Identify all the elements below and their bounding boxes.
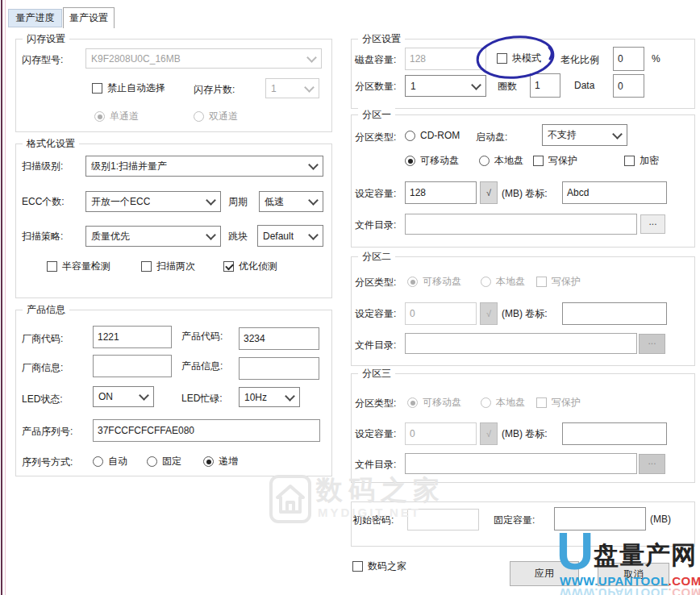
p3-removable-radio[interactable]: 可移动盘: [407, 396, 461, 410]
disable-auto-select-checkbox[interactable]: 禁止自动选择: [92, 81, 165, 95]
p3-local-disk-radio[interactable]: 本地盘: [481, 396, 525, 410]
product-code-label: 产品代码:: [181, 330, 223, 343]
radio-label: 可移动盘: [423, 275, 461, 289]
radio-label: 固定: [162, 455, 181, 468]
p3-browse-button[interactable]: ...: [639, 454, 665, 474]
p2-write-protect-checkbox[interactable]: 写保护: [536, 275, 581, 289]
vendor-info-input[interactable]: [93, 355, 172, 377]
product-code-input[interactable]: [239, 327, 319, 350]
p3-write-protect-checkbox[interactable]: 写保护: [536, 396, 581, 410]
flash-model-value: K9F2808U0C_16MB: [91, 53, 181, 64]
partition-count-value: 1: [410, 81, 416, 92]
p2-volume-input[interactable]: [562, 302, 667, 325]
p2-dir-input[interactable]: [405, 333, 637, 354]
p3-volume-input[interactable]: [562, 422, 667, 445]
p3-capacity-input[interactable]: [405, 422, 477, 445]
p2-capacity-check-button[interactable]: √: [480, 302, 498, 325]
product-info-input[interactable]: [239, 357, 319, 380]
checkbox-label: 禁止自动选择: [107, 81, 165, 95]
mydigit-checkbox[interactable]: 数码之家: [352, 560, 406, 573]
serial-fixed-radio[interactable]: 固定: [147, 455, 181, 468]
single-channel-radio[interactable]: 单通道: [94, 110, 139, 123]
cancel-button-label: 取消: [624, 568, 644, 581]
window-left-border-inner: [5, 0, 6, 595]
cancel-button[interactable]: 取消: [598, 563, 669, 586]
led-busy-value: 10Hz: [244, 392, 267, 403]
cycle-dropdown[interactable]: 低速: [259, 191, 323, 212]
apply-button[interactable]: 应用: [510, 561, 579, 586]
p1-mb-volume-label: (MB) 卷标:: [502, 187, 548, 201]
serial-number-input[interactable]: [93, 419, 320, 442]
laps-input[interactable]: [530, 73, 560, 98]
vendor-info-label: 厂商信息:: [22, 361, 63, 375]
window-left-border: [1, 0, 2, 595]
chevron-down-icon: [206, 230, 216, 240]
scan-strategy-dropdown[interactable]: 质量优先: [85, 226, 221, 247]
p2-local-disk-radio[interactable]: 本地盘: [481, 275, 525, 289]
scan-twice-checkbox[interactable]: 扫描两次: [141, 260, 195, 273]
led-state-label: LED状态:: [22, 393, 63, 406]
led-busy-dropdown[interactable]: 10Hz: [239, 387, 300, 407]
p1-removable-radio[interactable]: 可移动盘: [405, 154, 459, 168]
radio-label: 可移动盘: [423, 396, 461, 410]
laps-label: 圈数: [498, 80, 517, 94]
p2-dir-label: 文件目录:: [355, 339, 396, 352]
p1-capacity-label: 设定容量:: [355, 187, 396, 201]
scan-level-dropdown[interactable]: 级别1:扫描并量产: [85, 156, 323, 177]
tab-production-progress[interactable]: 量产进度: [8, 9, 62, 27]
data-input[interactable]: [613, 74, 644, 98]
p1-volume-input[interactable]: [562, 181, 667, 204]
p1-capacity-check-button[interactable]: √: [480, 181, 498, 204]
ecc-count-dropdown[interactable]: 开放一个ECC: [85, 191, 221, 212]
p1-boot-label: 启动盘:: [476, 131, 507, 144]
tab-label: 量产设置: [69, 11, 108, 25]
aging-ratio-input[interactable]: [613, 47, 644, 71]
radio-label: 本地盘: [496, 396, 525, 410]
skip-block-dropdown[interactable]: Default: [257, 225, 323, 247]
checkbox-icon: [536, 277, 547, 287]
block-mode-checkbox[interactable]: 块模式: [497, 52, 541, 65]
initial-password-input[interactable]: [407, 509, 479, 531]
tab-production-settings[interactable]: 量产设置: [63, 7, 115, 28]
half-capacity-checkbox[interactable]: 半容量检测: [47, 260, 110, 273]
vendor-code-input[interactable]: [93, 326, 172, 348]
p1-encrypt-checkbox[interactable]: 加密: [624, 154, 659, 168]
led-state-dropdown[interactable]: ON: [93, 386, 154, 407]
p3-dir-input[interactable]: [405, 453, 637, 474]
checkbox-label: 扫描两次: [156, 260, 195, 273]
checkbox-icon: [47, 261, 57, 272]
dual-channel-radio[interactable]: 双通道: [194, 110, 238, 123]
chip-count-dropdown[interactable]: 1: [265, 78, 319, 98]
p2-browse-button[interactable]: ...: [639, 334, 665, 354]
p3-dir-label: 文件目录:: [355, 458, 396, 472]
scan-level-value: 级别1:扫描并量产: [91, 160, 167, 173]
chip-count-value: 1: [271, 83, 277, 94]
check-mark-icon: √: [486, 188, 491, 198]
checkbox-icon: [536, 397, 547, 408]
p1-dir-input[interactable]: [405, 214, 637, 235]
p1-browse-button[interactable]: ...: [640, 214, 665, 234]
p1-local-disk-radio[interactable]: 本地盘: [479, 154, 523, 168]
serial-auto-radio[interactable]: 自动: [93, 455, 127, 468]
group-title: 闪存设置: [23, 32, 69, 46]
flash-model-dropdown[interactable]: K9F2808U0C_16MB: [85, 48, 322, 69]
optimize-detect-checkbox[interactable]: 优化侦测: [223, 260, 277, 273]
p2-removable-radio[interactable]: 可移动盘: [407, 275, 461, 289]
checkbox-label: 数码之家: [368, 560, 406, 573]
p1-capacity-input[interactable]: [405, 181, 477, 204]
p1-dir-label: 文件目录:: [355, 218, 396, 232]
p1-boot-dropdown[interactable]: 不支持: [542, 124, 627, 146]
p2-type-label: 分区类型:: [355, 276, 396, 289]
p1-write-protect-checkbox[interactable]: 写保护: [533, 154, 577, 168]
p2-mb-volume-label: (MB) 卷标:: [502, 307, 548, 321]
checkbox-label: 优化侦测: [239, 260, 277, 273]
cycle-value: 低速: [265, 195, 284, 209]
disk-capacity-input[interactable]: [405, 48, 486, 70]
radio-icon: [194, 111, 204, 122]
p3-capacity-check-button[interactable]: √: [480, 422, 498, 445]
serial-increment-radio[interactable]: 递增: [203, 455, 238, 468]
fixed-capacity-input[interactable]: [554, 507, 646, 531]
partition-count-dropdown[interactable]: 1: [405, 75, 486, 97]
p1-cdrom-radio[interactable]: CD-ROM: [405, 130, 460, 141]
p2-capacity-input[interactable]: [405, 302, 477, 325]
